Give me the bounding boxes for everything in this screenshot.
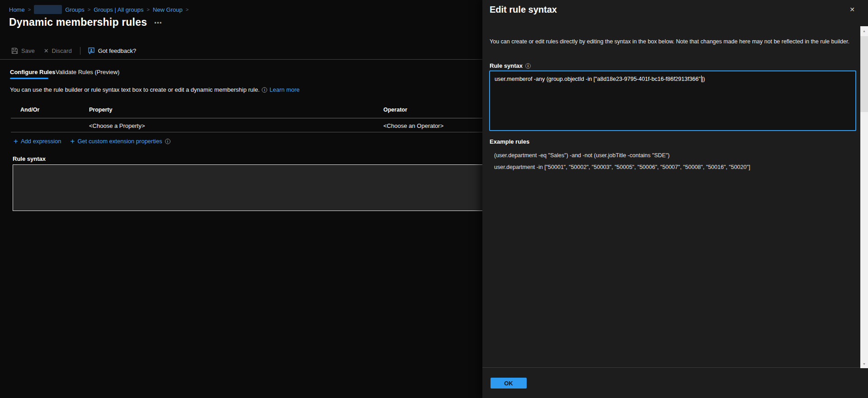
page-title: Dynamic membership rules — [9, 16, 147, 28]
rule-syntax-editor[interactable]: user.memberof -any (group.objectId -in [… — [489, 70, 856, 131]
rule-syntax-label: Rule syntax — [13, 155, 46, 162]
column-header-operator: Operator — [383, 107, 407, 113]
edit-rule-syntax-panel: Edit rule syntax You can create or edit … — [482, 0, 868, 398]
rule-text-after-cursor: ]) — [702, 76, 705, 82]
panel-rule-syntax-label: Rule syntax — [490, 62, 531, 69]
panel-scrollbar[interactable] — [860, 26, 868, 368]
breadcrumb-home[interactable]: Home — [9, 6, 25, 13]
save-label: Save — [21, 47, 35, 54]
learn-more-link[interactable]: Learn more — [269, 86, 299, 93]
redacted-tenant-name — [34, 5, 62, 14]
chevron-right-icon — [28, 7, 31, 12]
info-icon[interactable] — [262, 87, 267, 93]
ok-button[interactable]: OK — [491, 378, 527, 389]
example-rule-2: user.department -in ["50001", "50002", "… — [494, 164, 750, 170]
more-options-icon[interactable] — [154, 18, 162, 28]
instruction-text: You can use the rule builder or rule syn… — [10, 86, 259, 93]
chevron-right-icon — [186, 7, 189, 12]
add-expression-link[interactable]: Add expression — [21, 138, 61, 145]
breadcrumb-new-group[interactable]: New Group — [153, 6, 183, 13]
info-icon[interactable] — [525, 63, 531, 69]
choose-operator-dropdown[interactable]: <Choose an Operator> — [383, 122, 443, 129]
save-icon — [11, 47, 18, 54]
scroll-down-icon[interactable] — [860, 360, 868, 367]
azure-portal-screen: Home Groups Groups | All groups New Grou… — [0, 0, 868, 398]
panel-title: Edit rule syntax — [490, 5, 557, 15]
rule-syntax-label-text: Rule syntax — [490, 62, 523, 69]
toolbar-divider — [80, 47, 80, 55]
got-feedback-button[interactable]: Got feedback? — [88, 47, 137, 54]
close-icon[interactable] — [849, 6, 855, 13]
example-rule-1: (user.department -eq "Sales") -and -not … — [494, 152, 670, 159]
tab-validate-rules[interactable]: Validate Rules (Preview) — [56, 69, 119, 75]
discard-button[interactable]: Discard — [44, 47, 72, 54]
info-icon[interactable] — [165, 139, 170, 144]
save-button[interactable]: Save — [11, 47, 35, 54]
choose-property-dropdown[interactable]: <Choose a Property> — [89, 122, 145, 129]
footer-divider — [482, 367, 868, 368]
breadcrumb-all-groups[interactable]: Groups | All groups — [94, 6, 143, 13]
breadcrumb: Home Groups Groups | All groups New Grou… — [9, 5, 189, 14]
tab-configure-rules[interactable]: Configure Rules — [10, 69, 55, 75]
rule-builder-instruction: You can use the rule builder or rule syn… — [10, 86, 300, 93]
tab-bar: Configure Rules Validate Rules (Preview) — [0, 67, 482, 80]
toolbar-separator — [0, 59, 482, 60]
table-header-divider — [11, 118, 482, 118]
discard-x-icon — [44, 47, 49, 54]
plus-icon — [14, 138, 18, 144]
chevron-right-icon — [147, 7, 150, 12]
command-bar: Save Discard Got feedback? — [11, 46, 136, 56]
get-custom-extension-link[interactable]: Get custom extension properties — [78, 138, 162, 145]
rule-syntax-textbox[interactable] — [13, 164, 483, 211]
column-header-property: Property — [89, 107, 112, 113]
example-rules-heading: Example rules — [490, 138, 529, 145]
panel-description: You can create or edit rules directly by… — [490, 38, 854, 46]
discard-label: Discard — [52, 47, 72, 54]
got-feedback-label: Got feedback? — [98, 47, 137, 54]
feedback-icon — [88, 47, 95, 54]
column-header-andor: And/Or — [20, 107, 39, 113]
expression-links: Add expression Get custom extension prop… — [14, 138, 170, 145]
table-row: <Choose a Property> <Choose an Operator> — [0, 122, 482, 132]
dynamic-membership-rules-page: Home Groups Groups | All groups New Grou… — [0, 0, 482, 398]
chevron-right-icon — [88, 7, 90, 12]
scrollbar-thumb[interactable] — [860, 36, 868, 112]
plus-icon — [71, 138, 75, 144]
active-tab-underline — [10, 78, 48, 79]
scroll-up-icon[interactable] — [860, 27, 868, 34]
breadcrumb-groups[interactable]: Groups — [65, 6, 85, 13]
rule-text-before-cursor: user.memberof -any (group.objectId -in [… — [495, 76, 701, 82]
table-row-divider — [11, 132, 482, 132]
